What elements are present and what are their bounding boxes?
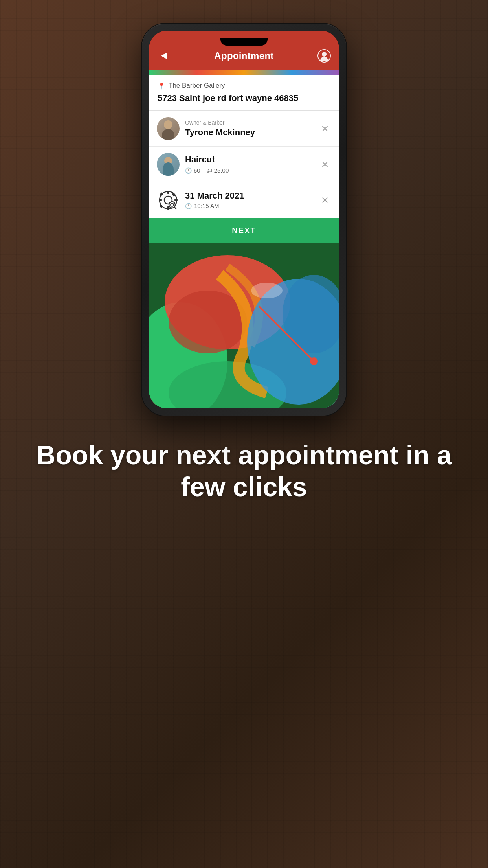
tagline: Book your next appointment in a few clic… bbox=[31, 439, 457, 503]
svg-point-22 bbox=[251, 283, 283, 298]
location-name: The Barber Gallery bbox=[169, 82, 225, 90]
painting-swirl-svg bbox=[149, 243, 339, 408]
barber-name: Tyrone Mckinney bbox=[185, 127, 313, 138]
bottom-text-area: Book your next appointment in a few clic… bbox=[0, 416, 488, 527]
location-section: 📍 The Barber Gallery 5723 Saint joe rd f… bbox=[149, 75, 339, 111]
date-details: 31 March 2021 🕐 10:15 AM bbox=[185, 191, 313, 209]
price-icon: 🏷 bbox=[207, 167, 212, 174]
barber-avatar-inner bbox=[157, 117, 180, 140]
close-x-icon bbox=[321, 125, 329, 132]
back-arrow-icon bbox=[161, 53, 167, 59]
service-avatar-inner bbox=[157, 153, 180, 176]
user-icon bbox=[317, 49, 331, 63]
close-x-icon-2 bbox=[321, 160, 329, 168]
service-duration: 🕐 60 bbox=[185, 167, 200, 174]
back-button[interactable] bbox=[157, 49, 171, 63]
time-row: 🕐 10:15 AM bbox=[185, 202, 313, 209]
clock-icon: 🕐 bbox=[185, 167, 192, 174]
barber-remove-button[interactable] bbox=[319, 122, 331, 135]
svg-rect-2 bbox=[167, 206, 169, 210]
app-content: 📍 The Barber Gallery 5723 Saint joe rd f… bbox=[149, 75, 339, 408]
svg-rect-1 bbox=[167, 191, 169, 194]
svg-line-12 bbox=[174, 207, 176, 209]
service-avatar bbox=[157, 153, 180, 176]
location-pin-icon: 📍 bbox=[158, 82, 165, 90]
close-x-icon-3 bbox=[321, 196, 329, 204]
service-price-value: 25.00 bbox=[214, 167, 229, 174]
location-address: 5723 Saint joe rd fort wayne 46835 bbox=[158, 93, 330, 104]
svg-rect-7 bbox=[159, 204, 163, 208]
service-remove-button[interactable] bbox=[319, 158, 331, 171]
status-bar bbox=[149, 31, 339, 42]
barber-body bbox=[162, 129, 174, 140]
appointment-time: 10:15 AM bbox=[194, 202, 219, 209]
phone-notch bbox=[220, 38, 268, 46]
painting-area bbox=[149, 243, 339, 408]
service-row: Haircut 🕐 60 🏷 25.00 bbox=[149, 147, 339, 182]
app-header: Appointment bbox=[149, 42, 339, 70]
next-button[interactable]: NEXT bbox=[149, 218, 339, 243]
service-name: Haircut bbox=[185, 154, 313, 165]
svg-rect-6 bbox=[172, 193, 176, 197]
gear-icon-container bbox=[157, 189, 180, 211]
appointment-date: 31 March 2021 bbox=[185, 191, 313, 201]
art-strip bbox=[149, 70, 339, 75]
service-details: Haircut 🕐 60 🏷 25.00 bbox=[185, 154, 313, 174]
datetime-remove-button[interactable] bbox=[319, 194, 331, 206]
service-meta: 🕐 60 🏷 25.00 bbox=[185, 167, 313, 174]
svg-rect-4 bbox=[174, 199, 178, 201]
svg-point-21 bbox=[310, 357, 318, 365]
barber-details: Owner & Barber Tyrone Mckinney bbox=[185, 120, 313, 138]
barber-row: Owner & Barber Tyrone Mckinney bbox=[149, 111, 339, 147]
svg-rect-3 bbox=[159, 199, 162, 201]
next-button-label: NEXT bbox=[232, 226, 256, 235]
user-profile-button[interactable] bbox=[317, 49, 331, 63]
service-duration-value: 60 bbox=[194, 167, 200, 174]
barber-subtitle: Owner & Barber bbox=[185, 120, 313, 126]
datetime-row: 31 March 2021 🕐 10:15 AM bbox=[149, 182, 339, 218]
barber-avatar bbox=[157, 117, 180, 140]
gear-icon bbox=[158, 190, 178, 210]
page-title: Appointment bbox=[214, 50, 273, 61]
service-price: 🏷 25.00 bbox=[207, 167, 229, 174]
service-body bbox=[163, 162, 174, 176]
time-icon: 🕐 bbox=[185, 203, 192, 209]
barber-head bbox=[164, 120, 172, 129]
